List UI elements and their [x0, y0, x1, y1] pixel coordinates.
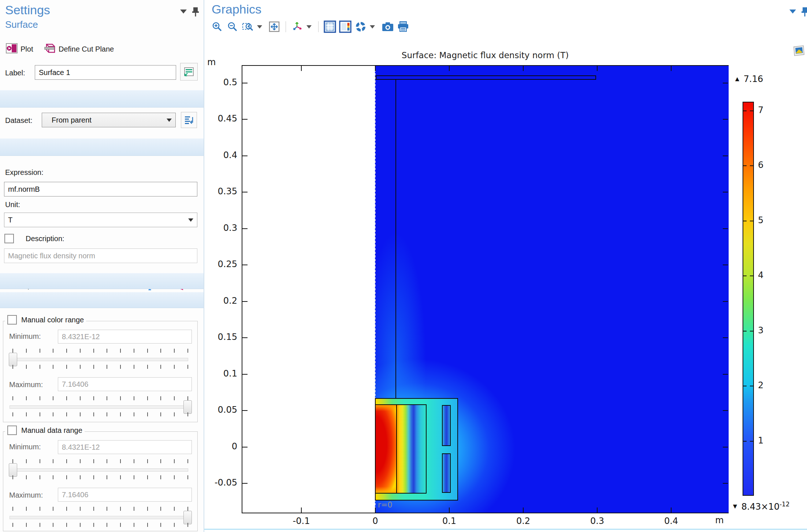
go-to-source-button[interactable]	[181, 112, 197, 128]
x-tick	[597, 66, 598, 71]
section-header-title[interactable]: Title	[0, 273, 204, 289]
show-color-legend-button[interactable]	[339, 20, 352, 33]
print-button[interactable]	[397, 20, 409, 33]
x-tick-label: 0.3	[579, 516, 616, 526]
colorbar-tick	[743, 276, 747, 276]
x-tick	[301, 66, 302, 71]
field-core-hotspot	[376, 405, 396, 493]
x-axis-unit-label: m	[710, 515, 729, 525]
unit-label: Unit:	[5, 201, 20, 209]
colorbar-tick-label: 4	[758, 270, 773, 280]
description-input[interactable]: Magnetic flux density norm	[4, 248, 197, 263]
manual-data-range-checkbox[interactable]	[7, 426, 17, 435]
plot-button-label: Plot	[21, 45, 33, 53]
label-input[interactable]: Surface 1	[35, 65, 176, 80]
manual-color-range-checkbox[interactable]	[7, 315, 17, 325]
y-tick	[723, 410, 728, 411]
y-tick-label: 0.2	[204, 296, 237, 306]
y-tick	[723, 83, 728, 83]
mdr-minimum-slider-handle[interactable]	[9, 463, 17, 477]
mdr-minimum-input[interactable]: 8.4321E-12	[58, 440, 192, 454]
slider-ticks	[12, 459, 188, 464]
x-tick	[523, 507, 524, 513]
mcr-maximum-slider-handle[interactable]	[183, 400, 192, 414]
zoom-box-button[interactable]	[242, 20, 254, 33]
y-tick	[723, 337, 728, 338]
colorbar-tick-label: 7	[758, 105, 773, 115]
label-field-label: Label:	[5, 69, 25, 77]
go-to-view-button[interactable]	[291, 20, 304, 33]
y-tick	[723, 447, 728, 447]
colorbar-min-marker: ▼ 8.43×10-12	[732, 501, 790, 512]
slider-ticks	[12, 349, 188, 353]
define-cut-plane-button[interactable]: Define Cut Plane	[43, 42, 114, 56]
graphics-title: Graphics	[212, 2, 261, 16]
mdr-minimum-value: 8.4321E-12	[62, 443, 100, 452]
dataset-combobox[interactable]: From parent	[42, 113, 176, 127]
show-grid-button[interactable]	[324, 20, 336, 33]
mcr-minimum-input[interactable]: 8.4321E-12	[58, 330, 192, 344]
combo-arrow-icon	[167, 119, 172, 122]
label-input-value: Surface 1	[39, 68, 70, 77]
colorbar-tick	[750, 331, 753, 331]
zoom-box-menu-icon[interactable]	[257, 25, 262, 29]
x-tick	[375, 66, 376, 71]
settings-subtitle: Surface	[5, 19, 38, 30]
define-cut-plane-icon	[43, 42, 56, 56]
scene-light-button[interactable]	[354, 20, 367, 33]
y-tick-label: 0.3	[204, 223, 237, 233]
section-header-range[interactable]: Range	[0, 292, 204, 308]
y-tick	[242, 410, 248, 411]
y-tick	[723, 374, 728, 375]
define-cut-plane-label: Define Cut Plane	[59, 45, 114, 53]
plot-canvas[interactable]: r=0	[242, 65, 729, 513]
mdr-minimum-slider-track[interactable]	[10, 468, 188, 472]
y-tick	[723, 156, 728, 156]
rename-label-button[interactable]	[180, 63, 198, 80]
x-tick	[301, 507, 302, 513]
colorbar-tick	[750, 221, 753, 221]
x-tick-label: 0	[357, 516, 394, 526]
colorbar-tick	[750, 165, 753, 166]
go-to-view-menu-icon[interactable]	[306, 25, 312, 29]
zoom-extents-button[interactable]	[268, 20, 280, 33]
mdr-maximum-slider-handle[interactable]	[183, 511, 192, 524]
plot-window-icon[interactable]	[792, 45, 806, 59]
colorbar-tick	[743, 110, 747, 111]
mcr-minimum-slider-handle[interactable]	[9, 353, 17, 366]
slider-ticks	[12, 365, 188, 369]
colorbar-tick-label: 3	[758, 325, 773, 336]
mdr-maximum-input[interactable]: 7.16406	[58, 488, 192, 502]
snapshot-button[interactable]	[382, 20, 394, 33]
chevron-down-icon[interactable]	[180, 10, 187, 14]
y-tick	[242, 83, 248, 83]
y-tick-label: 0.05	[204, 405, 237, 415]
mcr-maximum-slider-track[interactable]	[10, 405, 188, 409]
settings-panel: Settings Surface Plot Define Cut Plane L…	[0, 0, 204, 532]
zoom-in-button[interactable]	[211, 20, 223, 33]
colorbar-max-marker: ▲ 7.16	[734, 74, 763, 84]
y-tick-label: 0.5	[204, 77, 237, 87]
section-header-expression[interactable]: Expression	[0, 138, 204, 156]
section-header-data[interactable]: Data	[0, 90, 204, 108]
plot-button[interactable]: Plot	[6, 43, 33, 55]
expression-input[interactable]: mf.normB	[4, 182, 197, 196]
pin-icon[interactable]	[191, 7, 200, 19]
manual-color-range-legend: Manual color range	[5, 315, 86, 325]
manual-data-range-legend: Manual data range	[5, 426, 85, 435]
unit-combobox[interactable]: T	[4, 213, 197, 227]
chevron-down-icon[interactable]	[789, 10, 796, 14]
scene-light-menu-icon[interactable]	[370, 25, 375, 29]
mcr-minimum-slider-track[interactable]	[10, 358, 188, 361]
go-to-source-icon	[184, 115, 194, 125]
y-tick	[723, 119, 728, 120]
zoom-out-button[interactable]	[226, 20, 239, 33]
colorbar-tick	[743, 331, 747, 331]
geometry-coil-window	[375, 404, 427, 494]
pin-icon[interactable]	[800, 7, 807, 19]
mcr-maximum-input[interactable]: 7.16406	[58, 377, 192, 391]
y-tick	[242, 483, 248, 484]
slider-ticks	[12, 523, 188, 527]
mdr-maximum-slider-track[interactable]	[10, 516, 188, 519]
description-checkbox[interactable]	[4, 234, 14, 243]
